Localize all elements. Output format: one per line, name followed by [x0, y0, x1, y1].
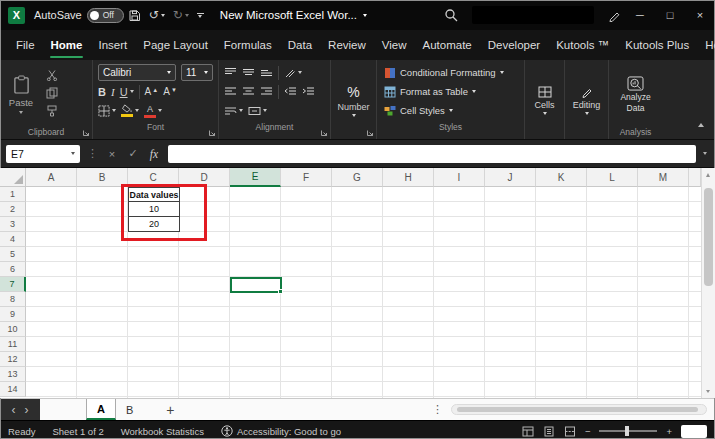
active-cell[interactable] — [230, 277, 282, 293]
paste-button[interactable]: Paste — [2, 63, 40, 125]
bold-button[interactable]: B — [98, 86, 106, 98]
formula-input[interactable] — [168, 145, 696, 163]
font-name-combo[interactable]: Calibri — [98, 64, 176, 81]
select-all-corner[interactable] — [0, 168, 26, 187]
autosave-control[interactable]: AutoSave Off — [34, 8, 124, 23]
tab-automate[interactable]: Automate — [415, 30, 480, 60]
col-header-k[interactable]: K — [536, 168, 587, 187]
next-sheet-icon[interactable]: › — [25, 403, 29, 417]
enter-icon[interactable]: ✓ — [126, 147, 140, 160]
align-right-icon[interactable] — [260, 86, 273, 98]
minimize-button[interactable]: ─ — [625, 0, 655, 30]
font-color-button[interactable]: A — [144, 104, 162, 118]
tab-page-layout[interactable]: Page Layout — [135, 30, 216, 60]
tab-kutools-plus[interactable]: Kutools Plus — [617, 30, 697, 60]
zoom-indicator[interactable] — [681, 425, 707, 438]
row-header-6[interactable]: 6 — [0, 262, 26, 277]
sheet-tab-b[interactable]: B — [116, 399, 143, 420]
increase-indent-icon[interactable] — [302, 86, 315, 98]
tab-kutools[interactable]: Kutools ™ — [548, 30, 617, 60]
align-center-icon[interactable] — [242, 86, 255, 98]
close-button[interactable]: × — [685, 0, 715, 30]
tab-view[interactable]: View — [374, 30, 415, 60]
col-header-a[interactable]: A — [26, 168, 77, 187]
add-sheet-button[interactable]: + — [157, 399, 183, 420]
row-header-7[interactable]: 7 — [0, 277, 26, 292]
zoom-slider-thumb[interactable] — [625, 426, 629, 436]
search-icon[interactable] — [444, 8, 458, 22]
font-dialog-launcher[interactable] — [208, 129, 216, 137]
row-header-2[interactable]: 2 — [0, 202, 26, 217]
tab-help[interactable]: Help — [697, 30, 715, 60]
tab-developer[interactable]: Developer — [480, 30, 548, 60]
middle-align-icon[interactable] — [242, 67, 255, 79]
page-layout-view-icon[interactable] — [543, 426, 555, 437]
copy-icon[interactable] — [46, 85, 58, 103]
tab-home[interactable]: Home — [43, 30, 91, 60]
pen-icon[interactable] — [608, 9, 621, 22]
save-icon[interactable] — [128, 9, 141, 22]
cancel-icon[interactable]: × — [105, 148, 119, 160]
document-title[interactable]: New Microsoft Excel Wor... — [220, 9, 367, 21]
row-header-13[interactable]: 13 — [0, 367, 26, 382]
bottom-align-icon[interactable] — [260, 67, 273, 79]
borders-button[interactable] — [98, 105, 116, 117]
sheet-tab-a[interactable]: A — [86, 399, 116, 420]
row-header-8[interactable]: 8 — [0, 292, 26, 307]
row-header-12[interactable]: 12 — [0, 352, 26, 367]
row-header-10[interactable]: 10 — [0, 322, 26, 337]
cut-icon[interactable] — [46, 67, 58, 85]
col-header-l[interactable]: L — [587, 168, 638, 187]
col-header-m[interactable]: M — [638, 168, 689, 187]
tab-formulas[interactable]: Formulas — [216, 30, 280, 60]
row-header-3[interactable]: 3 — [0, 217, 26, 232]
undo-button[interactable]: ↺ — [149, 8, 165, 22]
col-header-h[interactable]: H — [383, 168, 434, 187]
formula-bar-handle[interactable]: ⋮ — [87, 147, 98, 160]
wrap-text-icon[interactable] — [224, 106, 243, 116]
font-size-combo[interactable]: 11 — [181, 64, 213, 81]
cell-styles-button[interactable]: Cell Styles — [379, 101, 522, 120]
alignment-dialog-launcher[interactable] — [320, 129, 328, 137]
top-align-icon[interactable] — [224, 67, 237, 79]
format-as-table-button[interactable]: Format as Table — [379, 82, 522, 101]
col-header-partial[interactable] — [689, 168, 701, 187]
horizontal-scroll-thumb[interactable] — [457, 407, 698, 412]
underline-button[interactable]: U — [120, 86, 134, 98]
col-header-g[interactable]: G — [332, 168, 383, 187]
tab-data[interactable]: Data — [280, 30, 320, 60]
orientation-icon[interactable] — [284, 68, 302, 78]
autosave-toggle[interactable]: Off — [87, 8, 124, 23]
tab-review[interactable]: Review — [320, 30, 374, 60]
redo-button[interactable]: ↻ — [173, 8, 189, 22]
row-header-11[interactable]: 11 — [0, 337, 26, 352]
analyze-data-button[interactable]: Analyze Data — [611, 63, 660, 125]
vertical-scrollbar[interactable] — [701, 168, 715, 398]
zoom-slider[interactable] — [599, 430, 657, 432]
number-format-button[interactable]: % Number — [333, 63, 374, 138]
col-header-i[interactable]: I — [434, 168, 485, 187]
row-header-5[interactable]: 5 — [0, 247, 26, 262]
col-header-f[interactable]: F — [281, 168, 332, 187]
decrease-indent-icon[interactable] — [284, 86, 297, 98]
merge-center-icon[interactable] — [248, 106, 267, 116]
editing-button[interactable]: Editing — [567, 63, 606, 138]
conditional-formatting-button[interactable]: Conditional Formatting — [379, 63, 522, 82]
row-header-9[interactable]: 9 — [0, 307, 26, 322]
collapse-ribbon-button[interactable] — [687, 105, 715, 139]
format-painter-icon[interactable] — [46, 103, 58, 121]
zoom-in-button[interactable]: + — [666, 426, 672, 437]
maximize-button[interactable]: □ — [655, 0, 685, 30]
row-header-14[interactable]: 14 — [0, 382, 26, 397]
row-header-4[interactable]: 4 — [0, 232, 26, 247]
insert-function-icon[interactable]: fx — [147, 148, 161, 160]
tab-file[interactable]: File — [8, 30, 43, 60]
tab-insert[interactable]: Insert — [90, 30, 135, 60]
zoom-out-button[interactable]: − — [585, 426, 591, 437]
col-header-j[interactable]: J — [485, 168, 536, 187]
normal-view-icon[interactable] — [522, 426, 534, 437]
col-header-e[interactable]: E — [230, 168, 281, 187]
expand-formula-bar-icon[interactable] — [703, 152, 707, 155]
accessibility-status[interactable]: Accessibility: Good to go — [221, 425, 341, 437]
vertical-scroll-thumb[interactable] — [704, 188, 713, 286]
